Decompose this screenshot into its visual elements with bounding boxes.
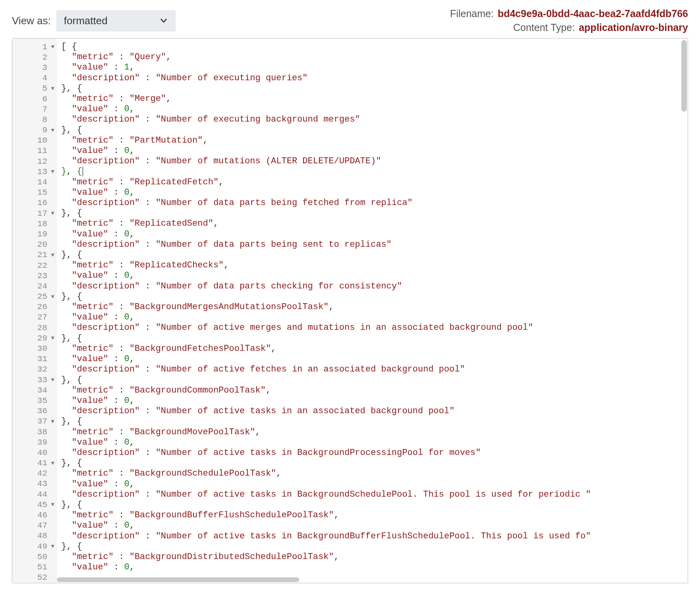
line-number: 33▼: [12, 375, 56, 385]
line-number: 17▼: [12, 208, 56, 219]
content-type-label: Content Type:: [513, 22, 575, 33]
line-number: 7: [12, 104, 56, 114]
line-number: 5▼: [12, 83, 56, 94]
fold-toggle-icon[interactable]: ▼: [51, 210, 54, 217]
fold-toggle-icon[interactable]: ▼: [51, 252, 54, 258]
fold-toggle-icon[interactable]: ▼: [51, 127, 54, 134]
line-number: 18: [12, 219, 56, 229]
fold-toggle-icon[interactable]: ▼: [51, 418, 54, 425]
line-number: 42: [12, 468, 56, 479]
chevron-down-icon: [159, 16, 168, 25]
content-type-value: application/avro-binary: [579, 22, 688, 33]
line-number: 21▼: [12, 250, 56, 260]
line-number: 13▼: [12, 166, 56, 177]
line-number: 3: [12, 62, 56, 73]
line-number: 25▼: [12, 292, 56, 302]
line-number: 22: [12, 260, 56, 271]
line-number: 24: [12, 281, 56, 291]
fold-toggle-icon[interactable]: ▼: [51, 501, 54, 508]
line-number: 28: [12, 323, 56, 333]
line-number: 26: [12, 302, 56, 312]
line-number: 41▼: [12, 458, 56, 468]
fold-toggle-icon[interactable]: ▼: [51, 460, 54, 466]
line-number: 31: [12, 354, 56, 364]
line-number: 8: [12, 114, 56, 125]
line-number: 20: [12, 240, 56, 250]
line-number: 48: [12, 531, 56, 541]
line-number: 44: [12, 489, 56, 499]
line-number: 51: [12, 562, 56, 572]
horizontal-scrollbar[interactable]: [57, 577, 680, 582]
line-number: 36: [12, 406, 56, 416]
line-number: 46: [12, 510, 56, 520]
line-number: 35: [12, 395, 56, 406]
fold-toggle-icon[interactable]: ▼: [51, 294, 54, 300]
line-number: 40: [12, 447, 56, 458]
line-number: 49▼: [12, 541, 56, 551]
line-number: 1▼: [12, 42, 56, 52]
line-number: 52: [12, 573, 56, 583]
filename-value: bd4c9e9a-0bdd-4aac-bea2-7aafd4fdb766: [498, 8, 688, 19]
fold-toggle-icon[interactable]: ▼: [51, 85, 54, 92]
fold-toggle-icon[interactable]: ▼: [51, 44, 54, 50]
file-meta: Filename: bd4c9e9a-0bdd-4aac-bea2-7aafd4…: [450, 8, 688, 33]
view-as-select[interactable]: formatted: [56, 10, 176, 31]
viewer-toolbar: View as: formatted Filename: bd4c9e9a-0b…: [12, 8, 688, 33]
code-content[interactable]: [ { "metric" : "Query", "value" : 1, "de…: [56, 39, 688, 583]
line-number: 4: [12, 73, 56, 83]
fold-toggle-icon[interactable]: ▼: [51, 168, 54, 175]
view-as-label: View as:: [12, 15, 51, 27]
line-number-gutter: 1▼2345▼6789▼10111213▼14151617▼18192021▼2…: [12, 39, 56, 583]
code-editor[interactable]: 1▼2345▼6789▼10111213▼14151617▼18192021▼2…: [12, 38, 688, 583]
line-number: 16: [12, 198, 56, 208]
line-number: 15: [12, 188, 56, 198]
line-number: 37▼: [12, 416, 56, 427]
line-number: 14: [12, 177, 56, 187]
fold-toggle-icon[interactable]: ▼: [51, 335, 54, 341]
line-number: 34: [12, 385, 56, 395]
line-number: 19: [12, 229, 56, 239]
filename-label: Filename:: [450, 8, 494, 19]
line-number: 39: [12, 437, 56, 447]
line-number: 43: [12, 479, 56, 489]
vertical-scroll-thumb[interactable]: [681, 40, 687, 112]
line-number: 2: [12, 52, 56, 62]
line-number: 38: [12, 427, 56, 437]
fold-toggle-icon[interactable]: ▼: [51, 377, 54, 383]
line-number: 27: [12, 312, 56, 323]
line-number: 45▼: [12, 499, 56, 510]
line-number: 6: [12, 94, 56, 104]
fold-toggle-icon[interactable]: ▼: [51, 543, 54, 550]
vertical-scrollbar[interactable]: [681, 39, 687, 583]
line-number: 47: [12, 521, 56, 531]
line-number: 9▼: [12, 125, 56, 135]
line-number: 29▼: [12, 333, 56, 343]
line-number: 11: [12, 146, 56, 156]
line-number: 30: [12, 343, 56, 354]
line-number: 12: [12, 156, 56, 166]
horizontal-scroll-thumb[interactable]: [57, 577, 299, 582]
line-number: 50: [12, 551, 56, 562]
line-number: 32: [12, 364, 56, 375]
view-as-value: formatted: [64, 15, 108, 27]
line-number: 10: [12, 135, 56, 146]
line-number: 23: [12, 271, 56, 281]
view-as-control: View as: formatted: [12, 10, 176, 31]
